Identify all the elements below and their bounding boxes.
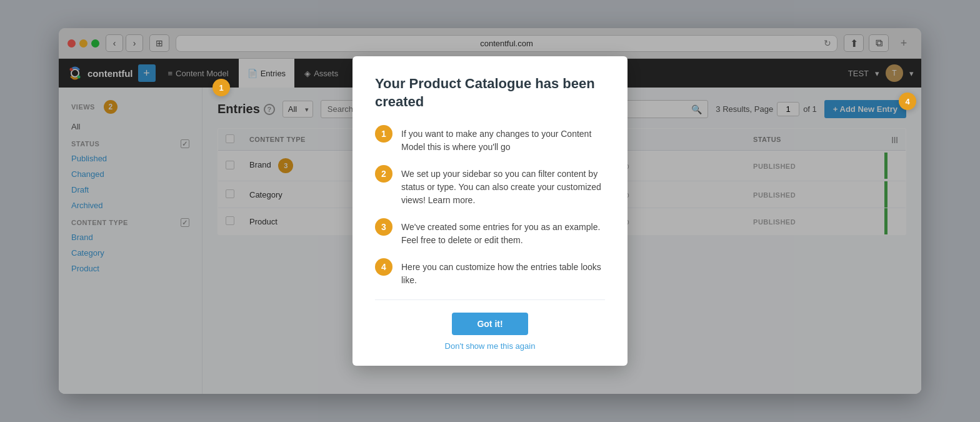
onboarding-modal: Your Product Catalogue has been created … bbox=[352, 56, 628, 365]
badge-4: 4 bbox=[899, 93, 916, 110]
modal-item-2: 2 We set up your sidebar so you can filt… bbox=[375, 165, 605, 207]
modal-step-2: 2 bbox=[375, 165, 392, 183]
modal-step-3: 3 bbox=[375, 218, 392, 236]
modal-overlay[interactable]: Your Product Catalogue has been created … bbox=[0, 0, 980, 422]
dont-show-link[interactable]: Don't show me this again bbox=[375, 341, 605, 351]
modal-text-4: Here you can customize how the entries t… bbox=[401, 258, 605, 287]
modal-text-3: We've created some entries for you as an… bbox=[401, 218, 605, 247]
modal-step-1: 1 bbox=[375, 125, 392, 143]
badge-1: 1 bbox=[212, 79, 230, 96]
modal-item-1: 1 If you want to make any changes to you… bbox=[375, 125, 605, 154]
modal-text-2: We set up your sidebar so you can filter… bbox=[401, 165, 605, 207]
modal-title: Your Product Catalogue has been created bbox=[375, 75, 605, 111]
modal-step-4: 4 bbox=[375, 258, 392, 276]
modal-item-3: 3 We've created some entries for you as … bbox=[375, 218, 605, 247]
got-it-button[interactable]: Got it! bbox=[452, 313, 528, 335]
modal-item-4: 4 Here you can customize how the entries… bbox=[375, 258, 605, 287]
modal-divider bbox=[375, 299, 605, 300]
modal-text-1: If you want to make any changes to your … bbox=[401, 125, 605, 154]
